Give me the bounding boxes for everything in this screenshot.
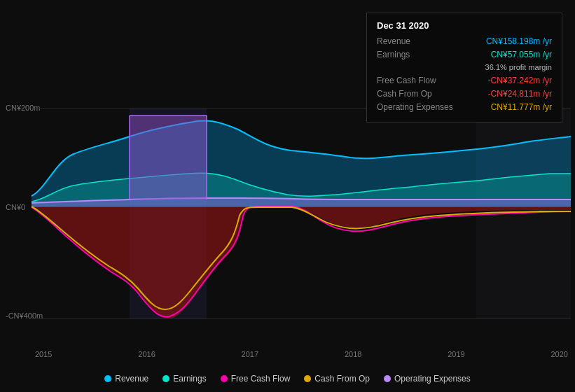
tooltip-revenue-value: CN¥158.198m /yr bbox=[486, 35, 552, 48]
legend-revenue[interactable]: Revenue bbox=[104, 374, 148, 384]
legend-cash-from-op[interactable]: Cash From Op bbox=[304, 374, 370, 384]
legend-free-cash-flow[interactable]: Free Cash Flow bbox=[221, 374, 291, 384]
tooltip-cashop-value: -CN¥24.811m /yr bbox=[488, 88, 552, 101]
tooltip-profit-margin: 36.1% profit margin bbox=[485, 62, 552, 74]
tooltip-earnings-row: Earnings CN¥57.055m /yr 36.1% profit mar… bbox=[377, 48, 552, 74]
x-label-2017: 2017 bbox=[242, 350, 258, 358]
tooltip-revenue-row: Revenue CN¥158.198m /yr bbox=[377, 35, 552, 48]
tooltip-opex-value: CN¥11.777m /yr bbox=[491, 101, 552, 114]
chart-container: CN¥200m CN¥0 -CN¥400m bbox=[0, 0, 575, 392]
tooltip-fcf-label: Free Cash Flow bbox=[377, 74, 461, 88]
tooltip-panel: Dec 31 2020 Revenue CN¥158.198m /yr Earn… bbox=[366, 13, 562, 122]
tooltip-earnings-label: Earnings bbox=[377, 48, 461, 62]
legend-operating-expenses[interactable]: Operating Expenses bbox=[384, 374, 471, 384]
tooltip-opex-label: Operating Expenses bbox=[377, 101, 461, 114]
x-label-2018: 2018 bbox=[345, 350, 361, 358]
tooltip-revenue-label: Revenue bbox=[377, 35, 461, 48]
x-label-2019: 2019 bbox=[448, 350, 464, 358]
x-label-2016: 2016 bbox=[138, 350, 155, 358]
legend-earnings[interactable]: Earnings bbox=[162, 374, 206, 384]
tooltip-cashop-row: Cash From Op -CN¥24.811m /yr bbox=[377, 88, 552, 101]
tooltip-fcf-value: -CN¥37.242m /yr bbox=[488, 74, 552, 88]
tooltip-cashop-label: Cash From Op bbox=[377, 88, 461, 101]
x-label-2015: 2015 bbox=[35, 350, 52, 358]
chart-legend: Revenue Earnings Free Cash Flow Cash Fro… bbox=[0, 374, 575, 384]
tooltip-fcf-row: Free Cash Flow -CN¥37.242m /yr bbox=[377, 74, 552, 88]
tooltip-earnings-value: CN¥57.055m /yr bbox=[485, 48, 552, 62]
x-label-2020: 2020 bbox=[550, 350, 567, 358]
tooltip-opex-row: Operating Expenses CN¥11.777m /yr bbox=[377, 101, 552, 114]
tooltip-date: Dec 31 2020 bbox=[377, 20, 552, 31]
